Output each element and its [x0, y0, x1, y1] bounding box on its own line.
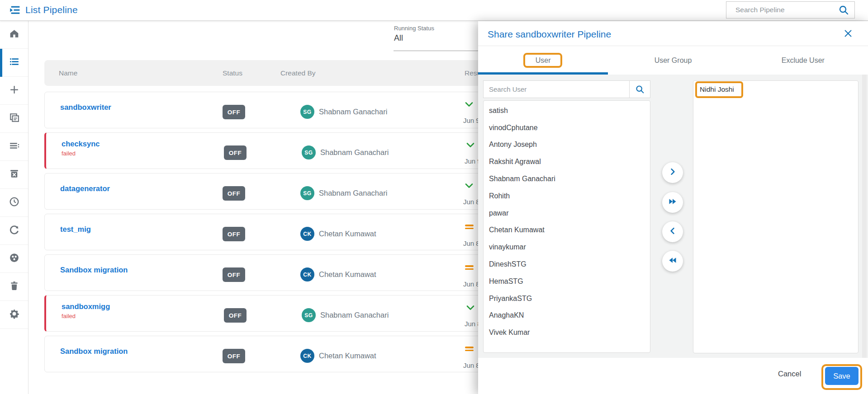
tab-exclude-user[interactable]: Exclude User: [738, 46, 868, 75]
pipeline-name-link[interactable]: Sandbox migration: [60, 347, 128, 356]
tab-user[interactable]: User: [478, 46, 608, 75]
created-by-cell: CK Chetan Kumawat: [300, 349, 376, 363]
tab-user-group[interactable]: User Group: [608, 46, 738, 75]
move-all-right-button[interactable]: [662, 192, 683, 213]
result-cell: Jun 9: [462, 142, 479, 165]
pipeline-search-placeholder[interactable]: Search Pipeline: [726, 6, 833, 14]
result-cell: Jun 8: [461, 264, 477, 288]
move-all-left-icon: [667, 256, 678, 267]
result-date: Jun 8: [463, 198, 477, 206]
expand-chevron-icon[interactable]: [465, 142, 475, 150]
user-list-item[interactable]: Shabnam Ganachari: [484, 170, 650, 188]
status-badge[interactable]: OFF: [224, 308, 247, 323]
pipeline-name-link[interactable]: Sandbox migration: [60, 266, 128, 274]
move-left-icon: [668, 226, 677, 237]
pipeline-search[interactable]: Search Pipeline: [726, 1, 855, 19]
creator-name: Shabnam Ganachari: [319, 108, 387, 116]
user-list-item[interactable]: Rakshit Agrawal: [484, 153, 650, 170]
status-badge[interactable]: OFF: [224, 145, 247, 160]
user-search[interactable]: Search User: [483, 80, 650, 98]
move-all-left-button[interactable]: [662, 251, 683, 272]
result-date: Jun 8: [465, 320, 479, 328]
sidebar-item-home[interactable]: [0, 21, 28, 49]
sidebar-item-copy[interactable]: [0, 105, 28, 133]
creator-name: Shabnam Ganachari: [319, 189, 387, 197]
user-list-item[interactable]: AnaghaKN: [484, 307, 650, 324]
result-cell: Jun 8: [461, 345, 477, 369]
pipeline-list-icon: [9, 56, 20, 69]
column-header-name: Name: [59, 69, 77, 77]
running-status-select[interactable]: All: [394, 33, 403, 43]
selected-user[interactable]: Nidhi Joshi: [700, 85, 734, 94]
equals-indicator-icon[interactable]: [465, 345, 474, 352]
sidebar-item-pipeline-list[interactable]: [0, 49, 28, 77]
close-icon[interactable]: [843, 28, 854, 39]
home-icon: [9, 28, 20, 41]
move-left-button[interactable]: [662, 221, 683, 242]
sidebar-item-settings-gear[interactable]: [0, 301, 28, 329]
save-button[interactable]: Save: [825, 367, 859, 385]
user-list-item[interactable]: satish: [484, 102, 650, 119]
creator-name: Chetan Kumawat: [319, 270, 376, 279]
pipeline-name-link[interactable]: checksync: [62, 140, 100, 148]
user-list-item[interactable]: vinaykumar: [484, 239, 650, 256]
sidebar-item-cluster[interactable]: [0, 245, 28, 273]
status-badge[interactable]: OFF: [223, 267, 245, 282]
app-logo-icon: [9, 4, 22, 17]
dialog-body: Search User satishvinodCphutaneAntony Jo…: [478, 75, 868, 358]
user-list-item[interactable]: Vivek Kumar: [484, 324, 650, 341]
selected-users-panel: Nidhi Joshi: [693, 80, 859, 353]
user-list-item[interactable]: Antony Joseph: [484, 136, 650, 154]
user-list-item[interactable]: vinodCphutane: [484, 119, 650, 136]
user-list-item[interactable]: pawar: [484, 205, 650, 222]
move-right-button[interactable]: [662, 162, 683, 183]
pipeline-name-link[interactable]: datagenerator: [60, 184, 110, 193]
sidebar: [0, 21, 28, 394]
avatar: SG: [300, 105, 314, 119]
pipeline-name-link[interactable]: test_mig: [60, 225, 91, 234]
sidebar-item-discard-box[interactable]: [0, 161, 28, 189]
avatar: SG: [302, 145, 316, 159]
pipeline-failed-label: failed: [62, 150, 76, 157]
status-badge[interactable]: OFF: [223, 227, 245, 241]
expand-chevron-icon[interactable]: [465, 305, 475, 312]
dialog-tabs: User User Group Exclude User: [478, 46, 868, 75]
sidebar-item-refresh[interactable]: [0, 217, 28, 245]
user-search-icon[interactable]: [630, 80, 650, 98]
equals-indicator-icon[interactable]: [465, 223, 474, 230]
expand-chevron-icon[interactable]: [464, 183, 474, 190]
user-list-item[interactable]: PriyankaSTG: [484, 290, 650, 307]
refresh-icon: [9, 224, 20, 237]
status-badge[interactable]: OFF: [223, 349, 245, 363]
created-by-cell: SG Shabnam Ganachari: [302, 308, 389, 322]
result-cell: Jun 9: [461, 101, 477, 124]
user-list-item[interactable]: Rohith: [484, 188, 650, 205]
created-by-cell: SG Shabnam Ganachari: [300, 186, 387, 200]
pipeline-name-link[interactable]: sandboxmigg: [62, 302, 110, 311]
status-badge[interactable]: OFF: [223, 186, 245, 201]
sidebar-item-detail-list[interactable]: [0, 133, 28, 161]
user-list-item[interactable]: DineshSTG: [484, 256, 650, 273]
cluster-icon: [9, 252, 20, 265]
sidebar-item-add[interactable]: [0, 77, 28, 105]
sidebar-item-trash[interactable]: [0, 273, 28, 301]
creator-name: Chetan Kumawat: [319, 230, 376, 238]
search-icon[interactable]: [833, 2, 854, 18]
dialog-footer: Cancel Save: [478, 358, 868, 394]
user-list-item[interactable]: HemaSTG: [484, 273, 650, 290]
available-users-list: satishvinodCphutaneAntony JosephRakshit …: [483, 100, 650, 353]
dialog-scrollbar[interactable]: [862, 75, 867, 358]
equals-indicator-icon[interactable]: [465, 264, 474, 271]
running-status-label: Running Status: [394, 25, 434, 32]
created-by-cell: SG Shabnam Ganachari: [302, 145, 389, 159]
status-badge[interactable]: OFF: [223, 105, 245, 119]
sidebar-item-clock[interactable]: [0, 189, 28, 217]
user-search-input[interactable]: Search User: [483, 80, 630, 98]
expand-chevron-icon[interactable]: [464, 101, 474, 109]
pipeline-name-link[interactable]: sandboxwriter: [60, 103, 111, 112]
avatar: CK: [300, 267, 314, 281]
dialog-title: Share sandboxwriter Pipeline: [488, 29, 611, 40]
trash-icon: [9, 280, 20, 293]
user-list-item[interactable]: Chetan Kumawat: [484, 222, 650, 239]
cancel-button[interactable]: Cancel: [778, 370, 801, 378]
